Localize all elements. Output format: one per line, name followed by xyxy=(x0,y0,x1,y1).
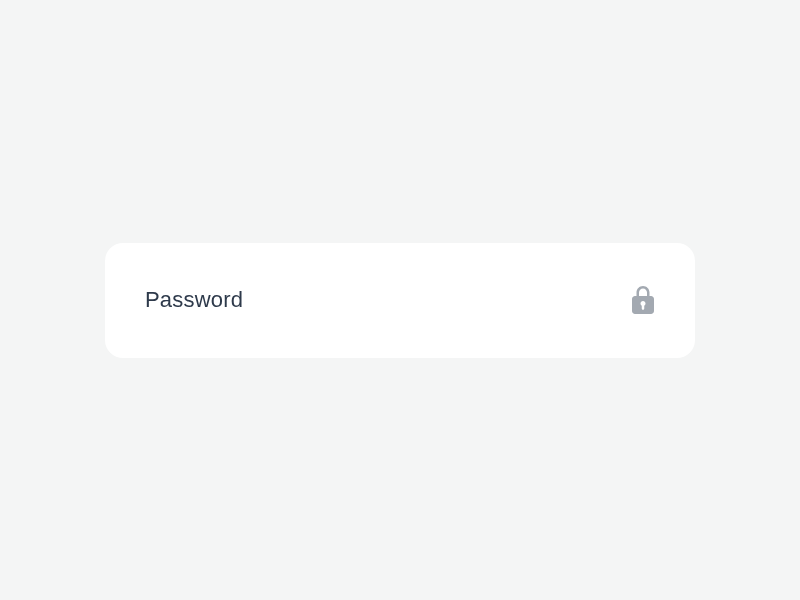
password-label: Password xyxy=(145,287,243,313)
password-field[interactable]: Password xyxy=(105,243,695,358)
lock-icon xyxy=(631,285,655,315)
